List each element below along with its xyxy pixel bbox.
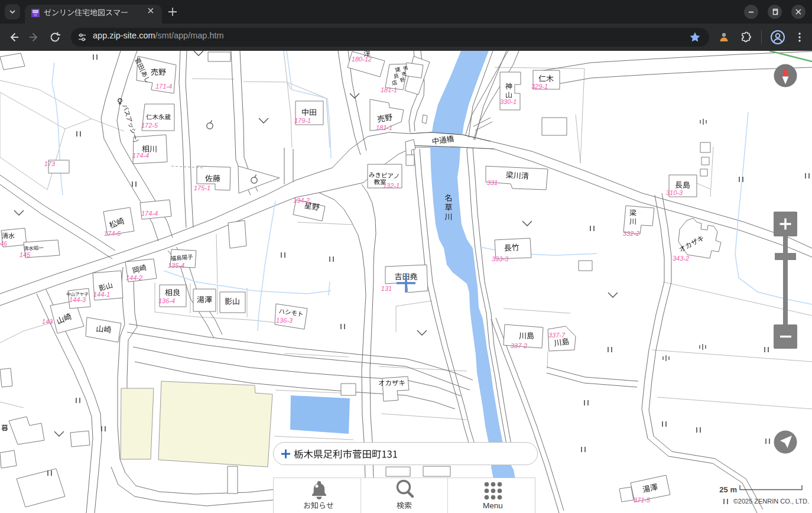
- svg-text:332-2: 332-2: [623, 230, 639, 237]
- svg-text:174-4: 174-4: [141, 210, 158, 217]
- svg-text:©2025 ZENRIN CO., LTD.: ©2025 ZENRIN CO., LTD.: [733, 498, 809, 505]
- svg-text:171-4: 171-4: [155, 83, 172, 90]
- svg-text:144-2: 144-2: [126, 274, 142, 281]
- svg-text:145: 145: [20, 251, 31, 258]
- svg-text:135-4: 135-4: [168, 262, 184, 269]
- svg-text:181-1: 181-1: [376, 124, 392, 131]
- svg-text:343-2: 343-2: [673, 255, 689, 262]
- svg-text:136-3: 136-3: [276, 317, 293, 324]
- svg-text:329-1: 329-1: [531, 83, 548, 90]
- svg-text:132-1: 132-1: [383, 182, 399, 189]
- svg-text:174-5: 174-5: [104, 230, 121, 237]
- svg-text:181-1: 181-1: [381, 86, 397, 93]
- svg-text:337-2: 337-2: [511, 342, 527, 349]
- svg-text:310-3: 310-3: [666, 189, 683, 196]
- svg-text:179-1: 179-1: [294, 117, 311, 124]
- svg-text:144-3: 144-3: [69, 296, 86, 303]
- svg-text:333-3: 333-3: [492, 255, 509, 262]
- svg-text:371-5: 371-5: [634, 496, 651, 504]
- svg-text:131: 131: [381, 285, 392, 292]
- svg-text:172-5: 172-5: [141, 122, 158, 129]
- svg-text:337-7: 337-7: [548, 332, 566, 339]
- svg-text:173: 173: [44, 160, 56, 167]
- svg-text:146: 146: [0, 240, 8, 247]
- svg-text:25 m: 25 m: [719, 485, 737, 494]
- svg-text:134-2: 134-2: [293, 197, 310, 204]
- svg-text:180-12: 180-12: [352, 56, 372, 63]
- svg-text:143: 143: [42, 318, 53, 325]
- svg-text:330-1: 330-1: [500, 98, 517, 105]
- svg-text:144-1: 144-1: [93, 291, 110, 298]
- svg-text:Menu: Menu: [483, 501, 503, 510]
- svg-text:175-1: 175-1: [194, 184, 210, 191]
- svg-text:331: 331: [487, 179, 498, 186]
- svg-text:136-4: 136-4: [158, 297, 175, 304]
- svg-text:174-4: 174-4: [132, 152, 149, 159]
